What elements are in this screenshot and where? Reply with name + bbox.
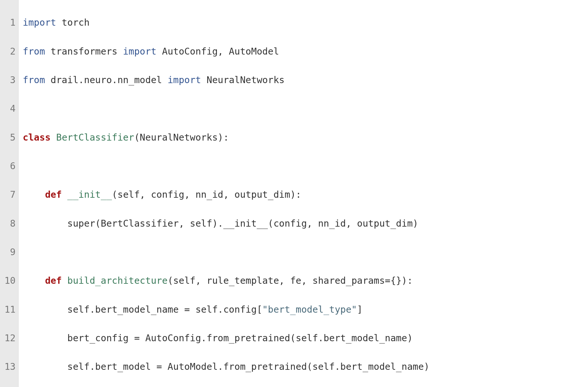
keyword-import: import [168,75,201,85]
code-line: bert_config = AutoConfig.from_pretrained… [23,331,588,345]
keyword-def: def [45,189,62,200]
line-number: 12 [2,331,16,345]
line-number-gutter: 1 2 3 4 5 6 7 8 9 10 11 12 13 14 15 16 1… [0,0,19,387]
keyword-from: from [23,75,45,85]
line-number: 1 [2,16,16,30]
code-line: self.bert_model = AutoModel.from_pretrai… [23,360,588,374]
code-line: def build_architecture(self, rule_templa… [23,274,588,288]
line-number: 7 [2,188,16,202]
code-line: from drail.neuro.nn_model import NeuralN… [23,73,588,87]
code-line [23,245,588,259]
code-text: drail.neuro.nn_model [45,75,168,85]
line-number: 9 [2,245,16,259]
line-number: 8 [2,217,16,231]
code-text: NeuralNetworks [201,75,284,85]
code-line [23,159,588,173]
line-number: 6 [2,159,16,173]
code-line: def __init__(self, config, nn_id, output… [23,188,588,202]
code-line: class BertClassifier(NeuralNetworks): [23,131,588,145]
code-line: import torch [23,16,588,30]
keyword-import: import [123,46,156,57]
code-text: AutoConfig, AutoModel [156,46,279,57]
line-number: 13 [2,360,16,374]
keyword-import: import [23,17,56,28]
line-number: 4 [2,102,16,116]
code-text: ] [357,304,363,315]
code-text: transformers [45,46,123,57]
line-number: 5 [2,131,16,145]
line-number: 10 [2,274,16,288]
code-text [23,275,45,286]
code-line: self.bert_model_name = self.config["bert… [23,303,588,317]
code-text: self.bert_model = AutoModel.from_pretrai… [23,361,430,372]
string-literal: "bert_model_type" [262,304,357,315]
line-number: 2 [2,44,16,59]
code-text: torch [56,17,90,28]
code-text: (self, rule_template, fe, shared_params=… [168,275,413,286]
code-text: self.bert_model_name = self.config[ [23,304,262,315]
function-name: __init__ [67,189,112,200]
code-text: (self, config, nn_id, output_dim): [112,189,301,200]
code-line: from transformers import AutoConfig, Aut… [23,44,588,59]
class-name: BertClassifier [56,132,134,143]
keyword-class: class [23,132,51,143]
code-text: bert_config = AutoConfig.from_pretrained… [23,333,413,343]
code-text [23,189,45,200]
code-text [51,132,56,143]
code-text [62,275,67,286]
code-line [23,102,588,116]
line-number: 3 [2,73,16,87]
code-text [62,189,67,200]
function-name: build_architecture [67,275,168,286]
code-text: (NeuralNetworks): [134,132,229,143]
keyword-def: def [45,275,62,286]
code-area[interactable]: import torch from transformers import Au… [19,0,588,387]
keyword-from: from [23,46,45,57]
code-text: super(BertClassifier, self).__init__(con… [23,218,418,229]
code-line: super(BertClassifier, self).__init__(con… [23,217,588,231]
line-number: 11 [2,303,16,317]
